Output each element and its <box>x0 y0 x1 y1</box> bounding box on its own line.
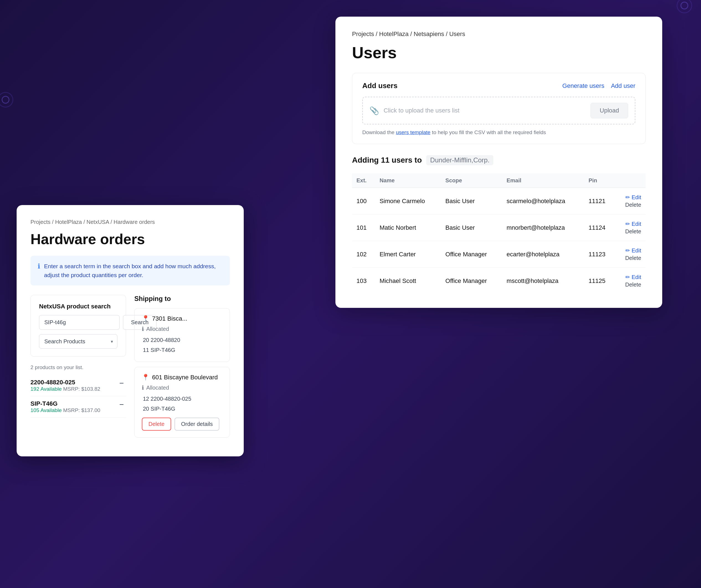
product-meta: 192 Available MSRP: $103.82 <box>30 386 100 392</box>
upload-area-text: Click to upload the users list <box>384 107 586 114</box>
product-item: SIP-T46G 105 Available MSRP: $137.00 − <box>30 396 126 418</box>
col-ext: Ext. <box>352 174 375 188</box>
download-hint-text: Download the <box>362 130 395 135</box>
edit-button[interactable]: ✏ Edit <box>625 221 641 227</box>
cell-scope: Basic User <box>441 188 502 214</box>
category-select-wrapper: Search Products <box>39 334 118 349</box>
add-users-header: Add users Generate users Add user <box>362 81 635 90</box>
location-icon-2: 📍 <box>142 374 149 381</box>
users-table: Ext. Name Scope Email Pin 100 Simone Car… <box>352 174 646 294</box>
info-icon: ℹ <box>38 262 40 270</box>
cell-scope: Basic User <box>441 214 502 241</box>
action-btns: ✏ Edit Delete <box>620 194 641 208</box>
info-banner: ℹ Enter a search term in the search box … <box>30 256 230 285</box>
shipping-section-title: Shipping to <box>134 295 230 303</box>
product-info: SIP-T46G 105 Available MSRP: $137.00 <box>30 400 100 413</box>
edit-button[interactable]: ✏ Edit <box>625 194 641 201</box>
cell-name: Matic Norbert <box>375 214 441 241</box>
alloc-item: 11 SIP-T46G <box>143 345 222 355</box>
shipping-addr-row-1: 📍 7301 Bisca... <box>142 315 222 322</box>
table-row: 103 Michael Scott Office Manager mscott@… <box>352 268 646 294</box>
info-text: Enter a search term in the search box an… <box>44 262 223 279</box>
address-2: 601 Biscayne Boulevard <box>152 374 222 381</box>
product-name: SIP-T46G <box>30 400 100 407</box>
product-info: 2200-48820-025 192 Available MSRP: $103.… <box>30 379 100 392</box>
users-template-link[interactable]: users template <box>396 130 430 135</box>
col-scope: Scope <box>441 174 502 188</box>
breadcrumb-text: Projects / HotelPlaza / Netsapiens / Use… <box>352 30 465 37</box>
col-actions <box>616 174 646 188</box>
action-btns: ✏ Edit Delete <box>620 221 641 235</box>
table-row: 100 Simone Carmelo Basic User scarmelo@h… <box>352 188 646 214</box>
adding-users-label: Adding 11 users to <box>352 156 422 165</box>
delete-button[interactable]: Delete <box>625 228 641 235</box>
card-delete-button[interactable]: Delete <box>142 418 171 431</box>
alloc-item: 12 2200-48820-025 <box>143 394 222 404</box>
cell-pin: 11125 <box>584 268 616 294</box>
category-select[interactable]: Search Products <box>39 334 118 349</box>
cell-ext: 102 <box>352 241 375 268</box>
users-panel: Projects / HotelPlaza / Netsapiens / Use… <box>335 17 662 308</box>
cell-ext: 103 <box>352 268 375 294</box>
cell-pin: 11121 <box>584 188 616 214</box>
add-user-button[interactable]: Add user <box>611 82 635 89</box>
product-search-input[interactable] <box>39 315 120 330</box>
download-hint: Download the users template to help you … <box>362 130 635 136</box>
edit-button[interactable]: ✏ Edit <box>625 274 641 280</box>
shipping-card-2: 📍 601 Biscayne Boulevard ℹ Allocated 12 … <box>134 367 230 437</box>
cell-pin: 11123 <box>584 241 616 268</box>
product-item: 2200-48820-025 192 Available MSRP: $103.… <box>30 375 126 396</box>
product-meta: 105 Available MSRP: $137.00 <box>30 407 100 413</box>
alloc-items-2: 12 2200-48820-025 20 SIP-T46G <box>142 394 222 414</box>
paperclip-icon: 📎 <box>370 106 379 115</box>
allocated-label-2: Allocated <box>146 385 169 391</box>
products-count: 2 products on your list. <box>30 364 126 371</box>
breadcrumb: Projects / HotelPlaza / Netsapiens / Use… <box>352 30 646 38</box>
cell-actions: ✏ Edit Delete <box>616 241 646 268</box>
cell-ext: 100 <box>352 188 375 214</box>
cell-name: Michael Scott <box>375 268 441 294</box>
cell-email: mnorbert@hotelplaza <box>502 214 584 241</box>
add-users-title: Add users <box>362 81 398 90</box>
col-name: Name <box>375 174 441 188</box>
upload-button[interactable]: Upload <box>591 103 628 118</box>
cell-email: ecarter@hotelplaza <box>502 241 584 268</box>
download-hint-text2: to help you fill the CSV with all the re… <box>432 130 546 135</box>
cell-scope: Office Manager <box>441 241 502 268</box>
page-title: Users <box>352 43 646 62</box>
cell-actions: ✏ Edit Delete <box>616 268 646 294</box>
generate-users-button[interactable]: Generate users <box>562 82 604 89</box>
minus-button[interactable]: − <box>117 400 126 409</box>
delete-button[interactable]: Delete <box>625 255 641 261</box>
edit-button[interactable]: ✏ Edit <box>625 247 641 254</box>
delete-button[interactable]: Delete <box>625 281 641 288</box>
alloc-items-1: 20 2200-48820 11 SIP-T46G <box>142 335 222 355</box>
minus-button[interactable]: − <box>117 379 126 388</box>
product-search-title: NetxUSA product search <box>39 303 118 310</box>
col-email: Email <box>502 174 584 188</box>
cell-pin: 11124 <box>584 214 616 241</box>
col-pin: Pin <box>584 174 616 188</box>
cell-name: Elmert Carter <box>375 241 441 268</box>
alloc-item: 20 SIP-T46G <box>143 404 222 414</box>
cell-name: Simone Carmelo <box>375 188 441 214</box>
cell-email: mscott@hotelplaza <box>502 268 584 294</box>
location-icon-1: 📍 <box>142 315 149 322</box>
company-badge: Dunder-Mifflin,Corp. <box>426 155 493 165</box>
hardware-panel: Projects / HotelPlaza / NetxUSA / Hardwa… <box>17 205 244 456</box>
order-details-button[interactable]: Order details <box>175 418 220 431</box>
delete-button[interactable]: Delete <box>625 202 641 208</box>
product-search-box: NetxUSA product search Search Search Pro… <box>30 295 126 357</box>
table-row: 102 Elmert Carter Office Manager ecarter… <box>352 241 646 268</box>
cell-scope: Office Manager <box>441 268 502 294</box>
action-btns: ✏ Edit Delete <box>620 247 641 261</box>
alloc-item: 20 2200-48820 <box>143 335 222 345</box>
product-name: 2200-48820-025 <box>30 379 100 386</box>
cell-ext: 101 <box>352 214 375 241</box>
search-row: Search <box>39 315 118 330</box>
cell-actions: ✏ Edit Delete <box>616 188 646 214</box>
hw-breadcrumb: Projects / HotelPlaza / NetxUSA / Hardwa… <box>30 219 230 225</box>
add-users-actions: Generate users Add user <box>562 82 635 89</box>
hw-title: Hardware orders <box>30 231 230 247</box>
upload-area[interactable]: 📎 Click to upload the users list Upload <box>362 97 635 125</box>
